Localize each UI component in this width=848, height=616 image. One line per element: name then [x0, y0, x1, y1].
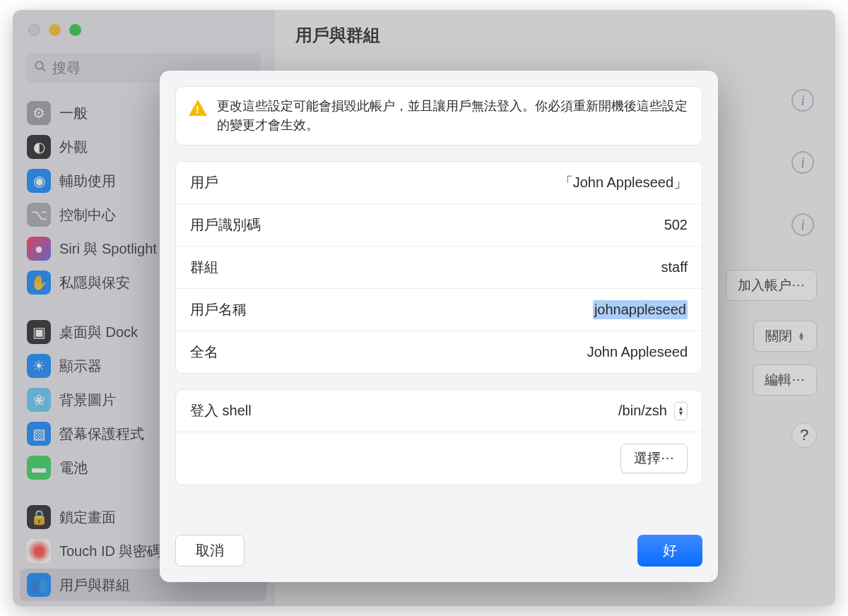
shell-label: 登入 shell: [190, 401, 252, 420]
system-settings-window: ⚙一般◐外觀◉輔助使用⌥控制中心●Siri 與 Spotlight✋私隱與保安▣…: [13, 10, 835, 606]
shell-value: /bin/zsh: [618, 403, 667, 419]
username-value[interactable]: johnappleseed: [593, 300, 688, 319]
choose-button[interactable]: 選擇⋯: [620, 444, 688, 473]
fullname-value[interactable]: John Appleseed: [587, 344, 688, 360]
ok-button[interactable]: 好: [637, 535, 702, 567]
user-info-section: 用戶 「John Appleseed」 用戶識別碼 502 群組 staff 用…: [175, 161, 702, 374]
username-label: 用戶名稱: [190, 300, 247, 319]
group-row: 群組 staff: [176, 247, 702, 289]
warning-text: 更改這些設定可能會損毀此帳户，並且讓用戶無法登入。你必須重新開機後這些設定的變更…: [217, 97, 689, 135]
user-label: 用戶: [190, 173, 218, 192]
cancel-button[interactable]: 取消: [175, 535, 245, 567]
uid-row: 用戶識別碼 502: [176, 204, 702, 247]
shell-row: 登入 shell /bin/zsh ▲▼: [176, 390, 702, 432]
dialog-footer: 取消 好: [175, 529, 702, 567]
warning-box: 更改這些設定可能會損毀此帳户，並且讓用戶無法登入。你必須重新開機後這些設定的變更…: [175, 86, 702, 146]
group-value[interactable]: staff: [661, 259, 688, 276]
home-dir-row: 選擇⋯: [176, 432, 702, 485]
uid-label: 用戶識別碼: [190, 215, 261, 235]
user-value: 「John Appleseed」: [559, 173, 688, 192]
shell-combo[interactable]: /bin/zsh ▲▼: [618, 402, 688, 420]
advanced-user-dialog: 更改這些設定可能會損毀此帳户，並且讓用戶無法登入。你必須重新開機後這些設定的變更…: [160, 71, 718, 582]
stepper-icon[interactable]: ▲▼: [674, 402, 688, 420]
shell-section: 登入 shell /bin/zsh ▲▼ 選擇⋯: [175, 389, 702, 485]
fullname-label: 全名: [190, 343, 218, 362]
uid-value[interactable]: 502: [664, 217, 688, 233]
group-label: 群組: [190, 258, 218, 277]
warning-icon: [189, 98, 207, 117]
username-row: 用戶名稱 johnappleseed: [176, 289, 702, 331]
fullname-row: 全名 John Appleseed: [176, 331, 702, 373]
user-row: 用戶 「John Appleseed」: [176, 162, 702, 204]
